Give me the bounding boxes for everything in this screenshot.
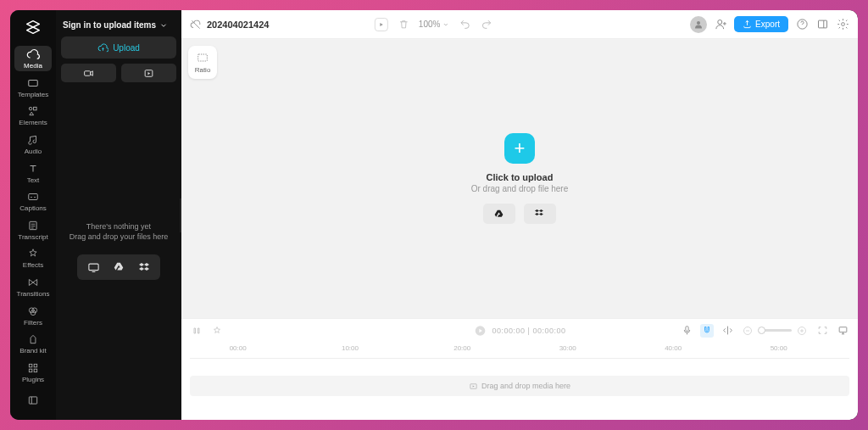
image-play-icon (143, 68, 154, 79)
upload-card: + Click to upload Or drag and drop file … (471, 133, 569, 224)
export-button[interactable]: Export (734, 16, 788, 32)
timeline: 00:00 10:00 20:00 30:00 40:00 50:00 Drag… (181, 342, 858, 420)
nav-transcript[interactable]: Transcript (14, 217, 52, 243)
captions-icon (26, 190, 40, 204)
svg-rect-26 (839, 327, 847, 332)
cloud-icon (26, 47, 40, 61)
tab-image[interactable] (121, 64, 176, 82)
gdrive-icon (493, 209, 504, 220)
nav-text[interactable]: Text (14, 160, 52, 186)
zoom-in-button[interactable] (795, 324, 809, 338)
svg-rect-21 (198, 54, 208, 61)
nav-collapse[interactable] (14, 388, 52, 413)
plugins-icon (26, 361, 40, 375)
project-name[interactable]: 202404021424 (207, 20, 269, 30)
svg-rect-11 (34, 369, 37, 372)
layout-button[interactable] (815, 18, 829, 31)
undo-button[interactable] (458, 18, 471, 31)
nav-audio[interactable]: Audio (14, 131, 52, 157)
fit-button[interactable] (815, 324, 829, 338)
gdrive-icon (113, 261, 125, 273)
split-button[interactable] (190, 324, 203, 338)
redo-button[interactable] (480, 18, 493, 31)
stage: Ratio + Click to upload Or drag and drop… (181, 39, 858, 318)
upload-gdrive-button[interactable] (106, 258, 131, 276)
nav-effects[interactable]: Effects (14, 246, 52, 271)
cloud-sync-icon (190, 19, 202, 31)
svg-rect-15 (88, 264, 97, 271)
media-panel: Sign in to upload items Upload There's n… (56, 10, 181, 420)
upload-subtitle: Or drag and drop file here (471, 184, 569, 193)
stage-dropbox-button[interactable] (524, 204, 556, 224)
ratio-button[interactable]: Ratio (188, 46, 217, 79)
nav-templates[interactable]: Templates (14, 75, 52, 100)
svg-rect-23 (685, 327, 687, 332)
mic-button[interactable] (680, 324, 693, 338)
main-area: 202404021424 100% Export (181, 10, 858, 420)
marker-button[interactable] (210, 324, 224, 338)
discard-button[interactable] (397, 18, 410, 31)
svg-rect-3 (29, 194, 38, 200)
zoom-slider-button[interactable] (721, 324, 734, 338)
svg-point-16 (697, 21, 700, 25)
timeline-track[interactable]: Drag and drop media here (190, 376, 849, 396)
drop-area[interactable]: There's nothing yet Drag and drop your f… (61, 89, 176, 413)
svg-point-20 (841, 23, 844, 26)
upload-device-button[interactable] (81, 258, 106, 276)
video-icon (83, 68, 94, 79)
cloud-upload-icon (97, 42, 108, 53)
dropbox-icon (138, 261, 151, 274)
nav-captions[interactable]: Captions (14, 188, 52, 214)
svg-rect-2 (34, 108, 37, 110)
tab-video[interactable] (61, 64, 116, 82)
play-button[interactable] (375, 18, 388, 31)
nav-plugins[interactable]: Plugins (14, 360, 52, 385)
invite-button[interactable] (714, 18, 727, 31)
zoom-out-button[interactable] (741, 324, 754, 338)
text-icon (26, 162, 40, 176)
stage-gdrive-button[interactable] (483, 204, 515, 224)
transitions-icon (26, 276, 40, 289)
avatar[interactable] (690, 16, 707, 33)
zoom-slider[interactable] (758, 329, 792, 332)
help-button[interactable] (795, 18, 809, 31)
dropbox-icon (534, 208, 546, 220)
effects-icon (26, 247, 40, 260)
timeline-toolbar: 00:00:00 | 00:00:00 (181, 318, 858, 342)
monitor-icon (87, 261, 100, 274)
topbar: 202404021424 100% Export (181, 10, 858, 39)
timecode: 00:00:00 | 00:00:00 (492, 327, 566, 335)
svg-rect-10 (29, 369, 32, 372)
nav-rail: Media Templates Elements Audio Text Capt… (10, 10, 56, 420)
timeline-ruler[interactable]: 00:00 10:00 20:00 30:00 40:00 50:00 (190, 342, 849, 359)
nav-filters[interactable]: Filters (14, 303, 52, 328)
zoom-level[interactable]: 100% (419, 20, 449, 29)
play-timeline-button[interactable] (474, 324, 487, 338)
chevron-down-icon (159, 21, 168, 30)
upload-button[interactable]: Upload (61, 36, 176, 59)
collapse-icon (26, 394, 40, 407)
settings-button[interactable] (836, 18, 849, 31)
chevron-down-icon (442, 21, 449, 28)
nav-media[interactable]: Media (14, 46, 52, 71)
drop-line2: Drag and drop your files here (70, 232, 169, 241)
present-button[interactable] (836, 324, 849, 338)
media-icon (469, 382, 478, 391)
nav-transitions[interactable]: Transitions (14, 274, 52, 299)
drop-line1: There's nothing yet (86, 222, 151, 231)
transcript-icon (26, 219, 40, 232)
svg-rect-8 (29, 364, 32, 367)
magnet-button[interactable] (700, 324, 714, 338)
templates-icon (26, 76, 40, 90)
nav-brandkit[interactable]: Brand kit (14, 331, 52, 356)
ratio-icon (196, 51, 209, 64)
svg-rect-12 (29, 397, 36, 404)
upload-title: Click to upload (487, 172, 554, 182)
signin-link[interactable]: Sign in to upload items (61, 17, 176, 36)
upload-plus-button[interactable]: + (504, 133, 535, 164)
svg-point-17 (717, 20, 721, 25)
brandkit-icon (26, 332, 40, 346)
svg-rect-13 (85, 70, 91, 75)
nav-elements[interactable]: Elements (14, 103, 52, 129)
upload-dropbox-button[interactable] (131, 258, 157, 276)
